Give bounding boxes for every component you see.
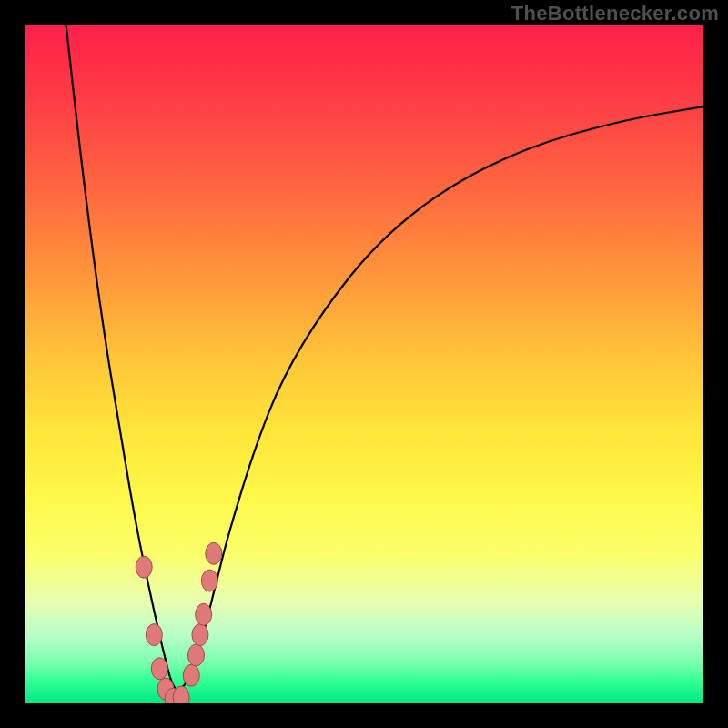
- watermark-text: TheBottlenecker.com: [511, 2, 719, 25]
- curve-marker: [196, 603, 212, 625]
- plot-area: [25, 25, 703, 703]
- curve-marker: [192, 624, 208, 646]
- curve-marker: [146, 624, 162, 646]
- bottleneck-curve: [66, 25, 703, 691]
- marker-group: [136, 542, 222, 703]
- curve-marker: [173, 686, 189, 703]
- curve-marker: [187, 644, 204, 666]
- curve-marker: [201, 570, 217, 592]
- bottleneck-curve-svg: [25, 25, 703, 703]
- curve-marker: [151, 658, 167, 680]
- chart-frame: TheBottlenecker.com: [0, 0, 728, 728]
- curve-marker: [206, 542, 222, 564]
- curve-marker: [136, 556, 152, 578]
- curve-marker: [183, 664, 199, 686]
